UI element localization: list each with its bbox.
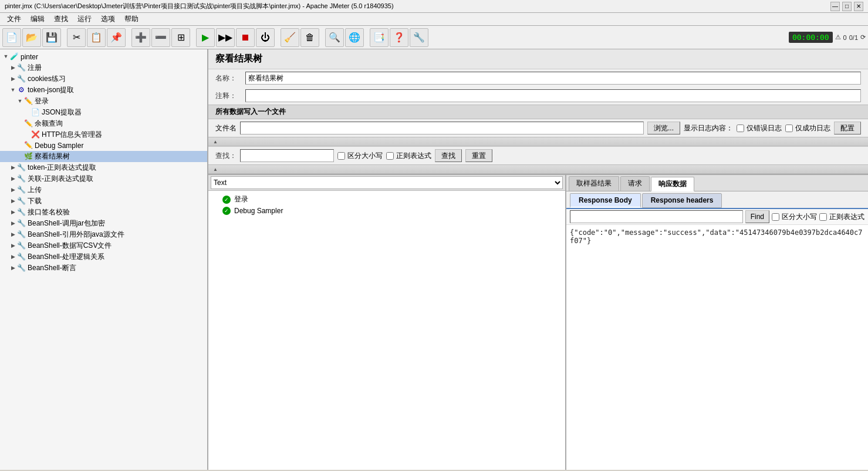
only-success-checkbox[interactable]	[785, 125, 793, 132]
tree-item-register[interactable]: ▶ 🔧 注册	[0, 62, 207, 73]
tree-item-token-json[interactable]: ▼ ⚙ token-json提取	[0, 85, 207, 96]
tree-item-view-results[interactable]: 🌿 察看结果树	[0, 151, 207, 162]
find-regex-group[interactable]: 正则表达式	[819, 212, 864, 222]
remote-start-button[interactable]: 🌐	[345, 28, 364, 47]
save-button[interactable]: 💾	[42, 28, 61, 47]
only-errors-label: 仅错误日志	[747, 123, 782, 133]
add-button[interactable]: ➕	[131, 28, 150, 47]
paste-button[interactable]: 📌	[107, 28, 126, 47]
only-success-group[interactable]: 仅成功日志	[785, 123, 830, 133]
arrow-beanshell-java: ▶	[9, 231, 16, 238]
tree-item-beanshell-logic[interactable]: ▶ 🔧 BeanShell-处理逻辑关系	[0, 251, 207, 263]
tree-item-download[interactable]: ▶ 🔧 下载	[0, 196, 207, 207]
arrow-json-extractor	[23, 109, 31, 116]
window-controls[interactable]: — □ ✕	[830, 2, 863, 11]
format-select[interactable]: Text JSON XML HTML Boundary Extractor Te…	[211, 176, 563, 189]
icon-beanshell-jar: 🔧	[16, 219, 26, 228]
comment-label: 注释：	[215, 91, 242, 101]
search-input[interactable]	[240, 149, 334, 162]
tab-request[interactable]: 请求	[620, 176, 650, 191]
config-button[interactable]: 配置	[834, 122, 861, 134]
start-no-pauses-button[interactable]: ▶▶	[216, 28, 235, 47]
menu-file[interactable]: 文件	[2, 13, 26, 25]
only-errors-group[interactable]: 仅错误日志	[737, 123, 782, 133]
tab-response-data[interactable]: 响应数据	[651, 177, 694, 191]
search-label: 查找：	[215, 151, 237, 161]
result-item-debug[interactable]: ✓ Debug Sampler	[211, 206, 563, 216]
tree-item-beanshell-csv[interactable]: ▶ 🔧 BeanShell-数据写CSV文件	[0, 240, 207, 251]
help-button[interactable]: ❓	[390, 28, 408, 47]
menu-options[interactable]: 选项	[96, 13, 120, 25]
cut-button[interactable]: ✂	[67, 28, 86, 47]
menu-find[interactable]: 查找	[49, 13, 73, 25]
browse-button[interactable]: 浏览...	[647, 122, 680, 134]
tree-item-upload[interactable]: ▶ 🔧 上传	[0, 184, 207, 196]
tree-item-beanshell-jar[interactable]: ▶ 🔧 BeanShell-调用jar包加密	[0, 218, 207, 229]
result-item-login[interactable]: ✓ 登录	[211, 193, 563, 206]
remove-button[interactable]: ➖	[151, 28, 170, 47]
menu-help[interactable]: 帮助	[120, 13, 143, 25]
minimize-button[interactable]: —	[830, 2, 840, 11]
tree-item-debug-sampler[interactable]: ✏️ Debug Sampler	[0, 140, 207, 151]
find-submit-button[interactable]: Find	[745, 210, 769, 223]
name-input[interactable]	[245, 72, 861, 85]
tree-item-beanshell-java[interactable]: ▶ 🔧 BeanShell-引用外部java源文件	[0, 229, 207, 240]
arrow-assoc-regex: ▶	[9, 176, 16, 183]
scroll-indicator-top[interactable]: ▲	[208, 137, 868, 146]
templates-button[interactable]: 📑	[370, 28, 389, 47]
label-sign: 接口签名校验	[28, 207, 70, 217]
title-bar: pinter.jmx (C:\Users\acer\Desktop\Jmeter…	[0, 0, 868, 13]
tree-item-sign[interactable]: ▶ 🔧 接口签名校验	[0, 207, 207, 218]
search-button[interactable]: 🔍	[325, 28, 344, 47]
tabs-row: 取样器结果 请求 响应数据	[566, 175, 868, 191]
extra-button[interactable]: 🔧	[410, 28, 428, 47]
tree-item-assoc-regex[interactable]: ▶ 🔧 关联-正则表达式提取	[0, 173, 207, 184]
tree-item-login[interactable]: ▼ ✏️ 登录	[0, 96, 207, 107]
start-button[interactable]: ▶	[196, 28, 215, 47]
clear-button[interactable]: 🧹	[281, 28, 299, 47]
shutdown-button[interactable]: ⏻	[256, 28, 275, 47]
file-name-input[interactable]	[240, 122, 644, 134]
find-button[interactable]: 查找	[435, 149, 462, 162]
duplicate-button[interactable]: ⊞	[171, 28, 190, 47]
case-sensitive-group[interactable]: 区分大小写	[337, 151, 383, 161]
sub-tab-response-body[interactable]: Response Body	[570, 193, 641, 208]
tree-item-http-header[interactable]: ❌ HTTP信息头管理器	[0, 129, 207, 140]
menu-edit[interactable]: 编辑	[26, 13, 49, 25]
tree-item-beanshell-assert[interactable]: ▶ 🔧 BeanShell-断言	[0, 263, 207, 274]
tree-item-pinter[interactable]: ▼ 🧪 pinter	[0, 52, 207, 62]
tree-item-token-regex[interactable]: ▶ 🔧 token-正则表达式提取	[0, 162, 207, 173]
find-case-sensitive-checkbox[interactable]	[772, 213, 779, 221]
close-button[interactable]: ✕	[854, 2, 863, 11]
find-case-sensitive-group[interactable]: 区分大小写	[772, 212, 817, 222]
toolbar-right: 00:00:00 ⚠ 0 0/1 ⟳	[789, 32, 866, 43]
menu-run[interactable]: 运行	[73, 13, 96, 25]
regex-checkbox[interactable]	[386, 152, 394, 160]
copy-button[interactable]: 📋	[87, 28, 106, 47]
label-beanshell-java: BeanShell-引用外部java源文件	[28, 230, 124, 240]
find-input[interactable]	[570, 210, 743, 223]
comment-input[interactable]	[245, 89, 861, 102]
timer-display: 00:00:00	[789, 32, 833, 43]
tab-sampler-result[interactable]: 取样器结果	[569, 176, 619, 191]
response-body: {"code":"0","message":"success","data":"…	[566, 225, 868, 470]
only-errors-checkbox[interactable]	[737, 125, 744, 132]
icon-login: ✏️	[23, 97, 33, 106]
open-button[interactable]: 📂	[22, 28, 41, 47]
tree-item-cookies[interactable]: ▶ 🔧 cookies练习	[0, 73, 207, 85]
regex-group[interactable]: 正则表达式	[386, 151, 431, 161]
fraction-display: 0/1	[849, 34, 858, 41]
maximize-button[interactable]: □	[842, 2, 852, 11]
scroll-indicator-bottom[interactable]: ▲	[208, 164, 868, 174]
case-sensitive-checkbox[interactable]	[337, 152, 345, 160]
sub-tab-response-headers[interactable]: Response headers	[642, 193, 722, 208]
find-regex-checkbox[interactable]	[819, 213, 827, 221]
icon-cookies: 🔧	[16, 75, 26, 84]
clear-all-button[interactable]: 🗑	[300, 28, 319, 47]
new-button[interactable]: 📄	[2, 28, 21, 47]
scroll-up-icon: ▲	[213, 139, 218, 144]
reset-button[interactable]: 重置	[465, 149, 492, 162]
tree-item-balance[interactable]: ✏️ 余额查询	[0, 118, 207, 129]
tree-item-json-extractor[interactable]: 📄 JSON提取器	[0, 107, 207, 118]
stop-button[interactable]: ⏹	[236, 28, 255, 47]
